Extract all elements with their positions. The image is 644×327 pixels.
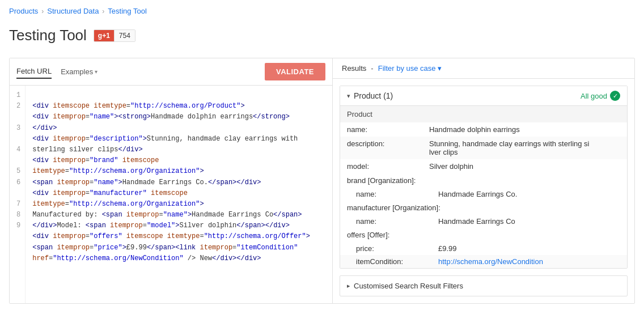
breadcrumb: Products › Structured Data › Testing Too… [0, 0, 644, 22]
check-circle-icon: ✓ [610, 91, 620, 101]
product-section: ▾ Product (1) All good ✓ Product name: [340, 86, 628, 269]
manufacturer-section-label: manufacturer [Organization]: [340, 201, 627, 215]
table-section-manufacturer: manufacturer [Organization]: [340, 201, 627, 215]
filter-chevron: ▾ [438, 64, 442, 73]
all-good-status: All good ✓ [581, 91, 620, 101]
line-num-blank-6 [16, 243, 20, 253]
prop-value-price: £9.99 [422, 242, 627, 255]
brand-section-label: brand [Organization]: [340, 173, 627, 188]
gplus-count: 754 [114, 30, 135, 41]
line-num-blank-3 [16, 155, 20, 166]
product-header[interactable]: ▾ Product (1) All good ✓ [340, 86, 627, 106]
table-section-brand: brand [Organization]: [340, 173, 627, 188]
prop-value-name: Handmade dolphin earrings [422, 122, 627, 137]
prop-value-model: Silver dolphin [422, 159, 627, 173]
fetch-url-tab[interactable]: Fetch URL [16, 65, 52, 79]
results-separator: - [371, 64, 373, 73]
table-row: name: Handmade Earrings Co [340, 215, 627, 228]
line-num-8: 8 [16, 210, 20, 220]
prop-name-description: description: [340, 137, 422, 159]
page-title: Testing Tool [9, 27, 87, 44]
line-num-4: 4 [16, 145, 20, 155]
line-num-blank-1 [16, 112, 20, 122]
line-num-6: 6 [16, 177, 20, 188]
table-header: Product [340, 106, 627, 122]
examples-dropdown[interactable]: Examples ▾ [61, 67, 98, 76]
gplus-button[interactable]: g+1 754 [94, 29, 135, 42]
custom-search-chevron: ▸ [347, 282, 350, 290]
results-header: Results - Filter by use case ▾ [333, 58, 634, 79]
gplus-badge: g+1 [94, 30, 114, 41]
breadcrumb-sep-1: › [41, 7, 44, 15]
line-num-9: 9 [16, 220, 20, 231]
prop-name-price: price: [340, 242, 422, 255]
product-table: Product name: Handmade dolphin earrings … [340, 106, 627, 268]
left-panel: Fetch URL Examples ▾ VALIDATE 1 2 3 4 5 … [10, 58, 333, 303]
prop-value-description: Stunning, handmade clay earrings with st… [422, 137, 627, 159]
code-content[interactable]: <div itemscope itemtype="http://schema.o… [26, 86, 332, 303]
breadcrumb-sep-2: › [102, 7, 104, 15]
table-section-offers: offers [Offer]: [340, 228, 627, 242]
table-header-row: Product [340, 106, 627, 122]
line-num-blank-2 [16, 134, 20, 145]
custom-search-section: ▸ Customised Search Result Filters [340, 275, 628, 296]
breadcrumb-structured-data[interactable]: Structured Data [47, 7, 99, 15]
code-editor[interactable]: 1 2 3 4 5 6 7 8 9 <div itemscope itemtyp… [10, 86, 332, 303]
line-num-3: 3 [16, 123, 20, 134]
breadcrumb-testing-tool[interactable]: Testing Tool [108, 7, 146, 15]
itemcondition-link[interactable]: http://schema.org/NewCondition [438, 257, 543, 266]
line-num-blank-4 [16, 188, 20, 199]
line-num-7: 7 [16, 199, 20, 210]
prop-value-brand-name: Handmade Earrings Co. [422, 188, 627, 201]
table-row: name: Handmade Earrings Co. [340, 188, 627, 201]
table-row: price: £9.99 [340, 242, 627, 255]
table-row: description: Stunning, handmade clay ear… [340, 137, 627, 159]
offers-section-label: offers [Offer]: [340, 228, 627, 242]
line-numbers: 1 2 3 4 5 6 7 8 9 [10, 86, 26, 303]
right-panel: Results - Filter by use case ▾ ▾ Product… [333, 58, 634, 303]
table-row: name: Handmade dolphin earrings [340, 122, 627, 137]
line-num-blank-5 [16, 231, 20, 242]
prop-name-name: name: [340, 122, 422, 137]
prop-name-manufacturer-name: name: [340, 215, 422, 228]
custom-search-label: Customised Search Result Filters [354, 282, 463, 290]
examples-chevron: ▾ [95, 69, 98, 75]
breadcrumb-products[interactable]: Products [9, 7, 38, 15]
table-row: model: Silver dolphin [340, 159, 627, 173]
examples-label: Examples [61, 67, 93, 76]
main-container: Fetch URL Examples ▾ VALIDATE 1 2 3 4 5 … [9, 58, 635, 304]
validate-button[interactable]: VALIDATE [265, 63, 325, 80]
filter-link[interactable]: Filter by use case ▾ [378, 64, 442, 73]
prop-name-itemcondition: itemCondition: [340, 255, 422, 268]
prop-value-manufacturer-name: Handmade Earrings Co [422, 215, 627, 228]
prop-name-model: model: [340, 159, 422, 173]
prop-value-itemcondition: http://schema.org/NewCondition [422, 255, 627, 268]
table-row: itemCondition: http://schema.org/NewCond… [340, 255, 627, 268]
custom-search-header[interactable]: ▸ Customised Search Result Filters [340, 276, 627, 296]
prop-name-brand-name: name: [340, 188, 422, 201]
product-header-left: ▾ Product (1) [347, 91, 393, 100]
product-chevron-icon: ▾ [347, 92, 350, 100]
line-num-5: 5 [16, 166, 20, 177]
product-title: Product (1) [354, 91, 393, 100]
page-header: Testing Tool g+1 754 [0, 22, 644, 53]
line-num-1: 1 [16, 90, 20, 101]
results-label: Results [342, 64, 366, 73]
toolbar: Fetch URL Examples ▾ VALIDATE [10, 58, 332, 86]
filter-label: Filter by use case [378, 64, 436, 73]
all-good-label: All good [581, 92, 607, 100]
line-num-2: 2 [16, 101, 20, 112]
